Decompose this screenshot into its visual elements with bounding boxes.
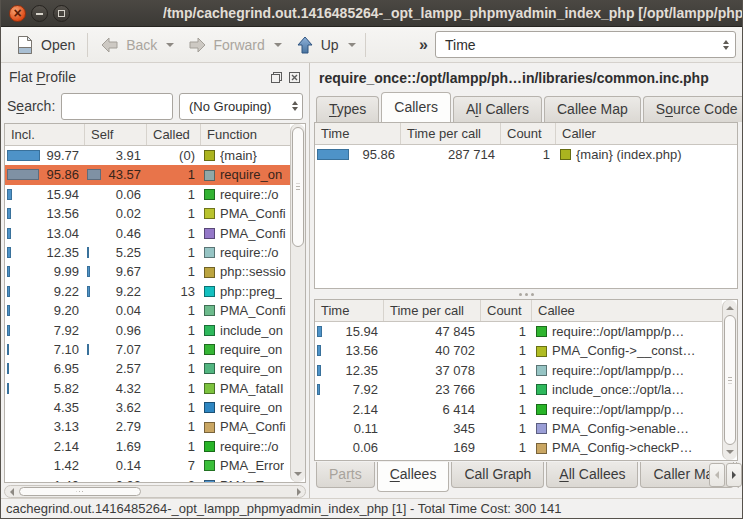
column-header-called[interactable]: Called: [147, 124, 201, 145]
cost-bar: [7, 247, 11, 258]
bottom-tab[interactable]: Callees: [377, 462, 450, 492]
maximize-window-icon[interactable]: [53, 5, 70, 22]
float-dock-icon[interactable]: [270, 71, 283, 84]
column-header-function[interactable]: Function: [201, 124, 290, 145]
grouping-select[interactable]: (No Grouping): [179, 93, 303, 120]
function-color-icon: [204, 170, 215, 181]
function-color-icon: [536, 365, 547, 376]
bottom-tab-bar: Parts Callees Call Graph All Callees Cal…: [314, 462, 739, 495]
scroll-down-icon[interactable]: [723, 445, 737, 459]
function-row[interactable]: 4.35 3.62 1 require_on: [5, 398, 290, 417]
column-header-time[interactable]: Time: [315, 300, 384, 321]
column-header-per-call[interactable]: Time per call: [384, 300, 481, 321]
top-tab[interactable]: Callee Map: [544, 96, 641, 122]
function-color-icon: [560, 149, 571, 160]
function-row[interactable]: 95.86 43.57 1 require_on: [5, 165, 290, 184]
top-tab[interactable]: Types: [316, 96, 379, 122]
top-tab[interactable]: Callers: [381, 92, 451, 122]
function-row[interactable]: 7.10 7.07 1 require_on: [5, 340, 290, 359]
callee-row[interactable]: 2.14 6 414 1 require::/opt/lampp/p…: [315, 400, 722, 419]
function-row[interactable]: 13.04 0.46 1 PMA_Confi: [5, 224, 290, 243]
function-detail-panel: require_once::/opt/lampp/ph…in/libraries…: [311, 63, 742, 498]
function-row[interactable]: 7.92 0.96 1 include_on: [5, 321, 290, 340]
pane-splitter-handle[interactable]: [311, 289, 742, 299]
column-header-per-call[interactable]: Time per call: [401, 123, 501, 144]
callee-row[interactable]: 0.06 169 1 PMA_Config->checkP…: [315, 438, 722, 457]
function-row[interactable]: 2.14 1.69 1 require::/o: [5, 437, 290, 456]
toolbar-overflow-chevron[interactable]: »: [412, 36, 435, 54]
callee-row[interactable]: 15.94 47 845 1 require::/opt/lampp/p…: [315, 322, 722, 341]
close-dock-icon[interactable]: [288, 71, 301, 84]
column-header-callee[interactable]: Callee: [532, 300, 722, 321]
forward-arrow-icon: [187, 36, 207, 54]
scrollbar-thumb[interactable]: [292, 127, 304, 247]
function-row[interactable]: 9.99 9.67 1 php::sessio: [5, 262, 290, 281]
callee-row[interactable]: 0.11 345 1 PMA_Config->enable…: [315, 419, 722, 438]
self-cell: 7.07: [85, 340, 147, 359]
top-tab[interactable]: Source Code: [643, 96, 743, 122]
callee-row[interactable]: 7.92 23 766 1 include_once::/opt/la…: [315, 380, 722, 399]
function-row[interactable]: 9.22 9.22 13 php::preg_: [5, 282, 290, 301]
function-color-icon: [204, 208, 215, 219]
scroll-right-icon[interactable]: [292, 486, 305, 497]
scrollbar-thumb[interactable]: [724, 315, 736, 445]
horizontal-scrollbar[interactable]: [4, 485, 306, 498]
time-per-call-cell: 6 414: [384, 400, 481, 419]
function-row[interactable]: 3.13 2.79 1 PMA_Confi: [5, 417, 290, 436]
open-button[interactable]: Open: [7, 32, 83, 58]
vertical-scrollbar[interactable]: [290, 124, 305, 482]
event-type-select[interactable]: Time: [435, 31, 736, 58]
vertical-scrollbar[interactable]: [722, 300, 737, 460]
window-title: /tmp/cachegrind.out.1416485264-_opt_lamp…: [163, 0, 742, 27]
function-row[interactable]: 9.20 0.04 1 PMA_Confi: [5, 301, 290, 320]
time-per-call-cell: 345: [384, 419, 481, 438]
scroll-up-icon[interactable]: [723, 301, 737, 315]
function-row[interactable]: 13.56 0.02 1 PMA_Confi: [5, 204, 290, 223]
column-header-self[interactable]: Self: [85, 124, 147, 145]
function-row[interactable]: 5.82 4.32 1 PMA_fatalI: [5, 379, 290, 398]
function-row[interactable]: 1.40 0.02 2 PMA_Er: [5, 476, 290, 482]
close-window-icon[interactable]: [9, 5, 26, 22]
column-header-count[interactable]: Count: [481, 300, 532, 321]
spinner-arrows-icon[interactable]: [715, 40, 729, 50]
column-header-incl[interactable]: Incl.: [5, 124, 85, 145]
self-cell: 0.46: [85, 224, 147, 243]
cost-bar: [7, 286, 10, 297]
function-color-icon: [204, 325, 215, 336]
called-cell: 1: [147, 224, 201, 243]
bottom-tab[interactable]: Call Graph: [451, 462, 544, 488]
scroll-left-icon[interactable]: [5, 486, 18, 497]
function-color-icon: [204, 150, 215, 161]
cost-bar: [317, 326, 322, 337]
column-header-count[interactable]: Count: [501, 123, 556, 144]
callee-row[interactable]: 13.56 40 702 1 PMA_Config->__const…: [315, 341, 722, 360]
callee-cell: require::/opt/lampp/p…: [532, 322, 722, 341]
function-row[interactable]: 6.95 2.57 1 require_on: [5, 359, 290, 378]
column-header-time[interactable]: Time: [315, 123, 401, 144]
incl-cell: 9.99: [5, 262, 85, 281]
up-dropdown-icon[interactable]: [345, 43, 359, 47]
caller-row[interactable]: 95.86 287 714 1 {main} (index.php): [315, 145, 737, 164]
callee-row[interactable]: 12.35 37 078 1 require::/opt/lampp/p…: [315, 361, 722, 380]
function-row[interactable]: 99.77 3.91 (0) {main}: [5, 146, 290, 165]
column-header-caller[interactable]: Caller: [556, 123, 737, 144]
scrollbar-thumb[interactable]: [19, 487, 141, 496]
up-button[interactable]: Up: [287, 32, 347, 58]
incl-cell: 95.86: [5, 165, 85, 184]
top-tab[interactable]: All Callers: [453, 96, 542, 122]
open-document-icon: [15, 35, 35, 55]
function-row[interactable]: 1.42 0.14 7 PMA_Error: [5, 456, 290, 475]
minimize-window-icon[interactable]: [31, 5, 48, 22]
cost-bar: [7, 344, 9, 355]
function-cell: PMA_Error: [201, 456, 290, 475]
bottom-tab[interactable]: All Callees: [546, 462, 638, 488]
function-row[interactable]: 12.35 5.25 1 require::/o: [5, 243, 290, 262]
count-cell: 1: [481, 322, 532, 341]
scroll-down-icon[interactable]: [291, 467, 305, 481]
self-cell: 1.69: [85, 437, 147, 456]
bottom-tab[interactable]: Parts: [316, 462, 375, 488]
search-input[interactable]: [61, 93, 173, 120]
tab-scroll-right-icon[interactable]: [726, 463, 742, 487]
function-row[interactable]: 15.94 0.06 1 require::/o: [5, 185, 290, 204]
callees-rows: 15.94 47 845 1 require::/opt/lampp/p…: [315, 322, 722, 460]
